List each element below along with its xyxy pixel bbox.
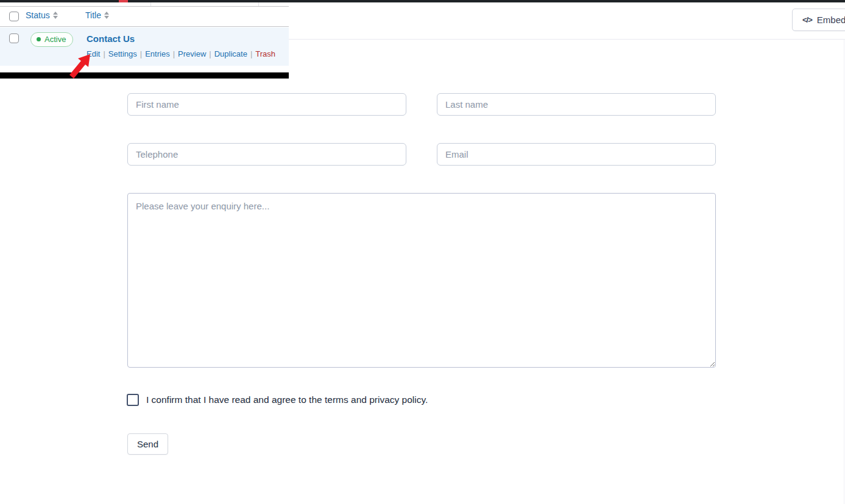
row-actions: Edit|Settings|Entries|Preview|Duplicate|… — [87, 49, 275, 58]
embed-button[interactable]: </> Embed — [792, 9, 845, 31]
sort-icon[interactable] — [104, 12, 109, 19]
embed-button-label: Embed — [817, 15, 845, 25]
action-separator: | — [247, 49, 255, 58]
code-icon: </> — [802, 15, 812, 24]
select-all-checkbox[interactable] — [9, 12, 19, 21]
status-column-label: Status — [26, 10, 50, 20]
first-name-input[interactable] — [127, 93, 406, 116]
sort-down-icon — [53, 16, 58, 19]
enquiry-textarea[interactable] — [127, 193, 716, 368]
sort-up-icon — [53, 12, 58, 15]
status-dot-icon — [37, 37, 41, 41]
action-preview[interactable]: Preview — [178, 49, 206, 58]
column-header-title[interactable]: Title — [85, 10, 109, 20]
status-badge-label: Active — [44, 35, 66, 44]
action-separator: | — [170, 49, 178, 58]
send-button[interactable]: Send — [127, 433, 168, 455]
consent-label: I confirm that I have read and agree to … — [146, 394, 428, 405]
sort-down-icon — [104, 16, 109, 19]
title-column-label: Title — [85, 10, 101, 20]
redacted-bar — [0, 72, 289, 79]
consent-checkbox[interactable] — [127, 394, 139, 406]
table-row: Active Contact Us Edit|Settings|Entries|… — [0, 27, 289, 66]
status-badge: Active — [30, 32, 73, 47]
sort-up-icon — [104, 12, 109, 15]
last-name-input[interactable] — [437, 93, 716, 116]
action-separator: | — [206, 49, 214, 58]
column-header-status[interactable]: Status — [26, 10, 58, 20]
consent-row: I confirm that I have read and agree to … — [127, 394, 428, 406]
action-entries[interactable]: Entries — [145, 49, 169, 58]
email-input[interactable] — [437, 143, 716, 166]
action-settings[interactable]: Settings — [108, 49, 137, 58]
panel-top-divider — [289, 39, 845, 40]
action-trash[interactable]: Trash — [255, 49, 275, 58]
table-header-row: Status Title — [0, 7, 289, 27]
telephone-input[interactable] — [127, 143, 406, 166]
action-separator: | — [100, 49, 108, 58]
row-checkbox[interactable] — [9, 33, 19, 43]
action-duplicate[interactable]: Duplicate — [214, 49, 247, 58]
sort-icon[interactable] — [53, 12, 58, 19]
panel-right-edge — [844, 39, 844, 504]
form-title-link[interactable]: Contact Us — [87, 33, 135, 44]
cursor-arrow-icon — [66, 52, 93, 80]
forms-list-table: Status Title Active Contact Us Edit|Sett… — [0, 2, 289, 76]
action-separator: | — [137, 49, 145, 58]
